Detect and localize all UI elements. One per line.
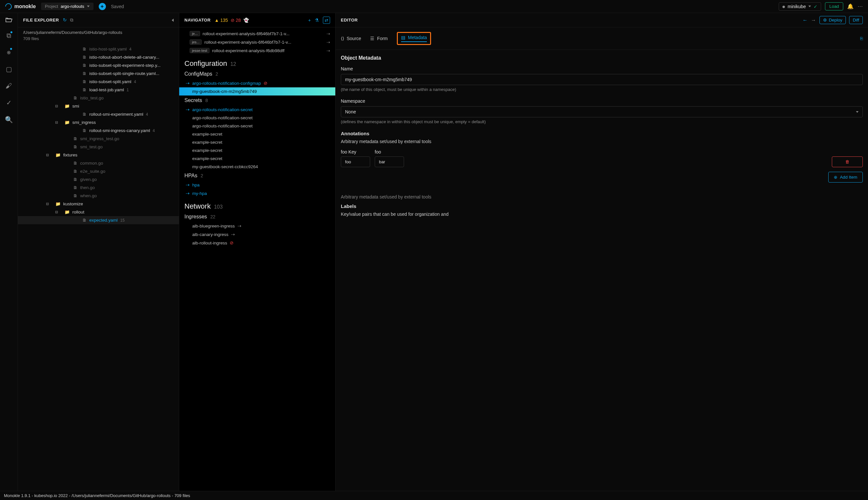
tree-item-label: smi_ingress (72, 120, 96, 125)
anno-key-label: foo Key (341, 149, 370, 155)
form-icon: ☰ (370, 36, 374, 41)
rail-search-icon[interactable]: 🔍 (5, 116, 13, 124)
tree-file[interactable]: 🗎istio_test.go (18, 94, 179, 102)
tree-file[interactable]: 🗎istio-subset-split.yaml4 (18, 78, 179, 86)
tree-item-label: rollout (72, 209, 84, 215)
tree-folder[interactable]: ⊟📁kustomize (18, 200, 179, 208)
tree-file[interactable]: 🗎common.go (18, 159, 179, 167)
tab-form[interactable]: ☰Form (370, 36, 388, 41)
nav-section-header[interactable]: Network103 (179, 197, 335, 212)
nav-item[interactable]: example-secret (179, 130, 335, 138)
nav-item[interactable]: jes...rollout-experiment-analysis-6f646b… (179, 38, 335, 46)
tree-file[interactable]: 🗎e2e_suite.go (18, 167, 179, 175)
tree-folder[interactable]: ⊟📁smi_ingress (18, 118, 179, 126)
folder-open-icon[interactable] (5, 17, 12, 23)
rail-validate-icon[interactable]: ✓ (6, 99, 12, 106)
collapse-toggle-icon[interactable]: ⊟ (55, 210, 58, 214)
share-icon[interactable]: ⇢ (238, 223, 241, 228)
rail-helm-icon[interactable]: ⎈ (7, 48, 11, 56)
share-icon[interactable]: ⇢ (326, 48, 330, 53)
more-icon[interactable]: ⋯ (858, 3, 863, 10)
rail-preview-icon[interactable]: ▢ (6, 65, 12, 73)
filter-icon[interactable]: ⚗ (315, 18, 319, 23)
anno-val-input[interactable] (375, 157, 404, 167)
tree-folder[interactable]: ⊟📁rollout (18, 208, 179, 216)
sync-icon[interactable]: ⇄ (323, 16, 330, 24)
tree-folder[interactable]: ⊟📁smi (18, 102, 179, 110)
tree-folder[interactable]: ⊟📁fixtures (18, 151, 179, 159)
error-badge[interactable]: ⊘ 28 (231, 18, 241, 23)
cluster-selector[interactable]: ⎈ minikube ✓ (779, 2, 821, 11)
add-project-button[interactable]: + (99, 3, 106, 10)
nav-subsection-header[interactable]: Ingresses22 (179, 212, 335, 221)
namespace-select[interactable]: None (341, 106, 863, 117)
nav-item[interactable]: jesse-testrollout-experiment-analysis-f6… (179, 46, 335, 55)
tree-file[interactable]: 🗎load-test-job.yaml1 (18, 86, 179, 94)
warning-badge[interactable]: ▲ 135 (215, 18, 228, 23)
name-input[interactable] (341, 74, 863, 85)
share-icon[interactable]: ⇢ (231, 232, 235, 237)
tree-file[interactable]: 🗎smi_test.go (18, 143, 179, 151)
nav-forward-icon[interactable]: → (811, 17, 816, 23)
nav-item[interactable]: alb-canary-ingress ⇢ (179, 230, 335, 239)
nav-item[interactable]: ⇢argo-rollouts-notification-secret (179, 105, 335, 114)
refresh-icon[interactable]: ↻ (63, 17, 67, 23)
tab-metadata[interactable]: ▤Metadata (401, 35, 427, 42)
collapse-toggle-icon[interactable]: ⊟ (55, 104, 58, 108)
tree-file[interactable]: 🗎istio-host-split.yaml4 (18, 45, 179, 53)
add-resource-icon[interactable]: + (308, 18, 311, 23)
collapse-toggle-icon[interactable]: ⊟ (46, 202, 49, 206)
bell-icon[interactable]: 🔔 (847, 3, 854, 10)
nav-item[interactable]: my-guestbook-secret-ccbkcc9264 (179, 163, 335, 171)
collapse-icon[interactable]: ⧉ (70, 17, 73, 23)
anno-key-input[interactable] (341, 157, 370, 167)
tree-file[interactable]: 🗎rollout-smi-experiment.yaml4 (18, 110, 179, 118)
nav-item[interactable]: example-secret (179, 155, 335, 163)
ghost-icon[interactable]: 👻 (243, 18, 249, 23)
nav-item[interactable]: example-secret (179, 146, 335, 155)
chevron-down-icon (856, 111, 858, 113)
nav-item[interactable]: ⇢argo-rollouts-notification-configmap ⊘ (179, 79, 335, 87)
tree-file[interactable]: 🗎istio-rollout-abort-delete-all-canary..… (18, 53, 179, 61)
project-selector[interactable]: Project argo-rollouts (41, 3, 93, 10)
rail-kustomize-icon[interactable]: ⧉ (7, 32, 11, 39)
nav-back-icon[interactable]: ← (802, 17, 808, 23)
deploy-button[interactable]: ⚙Deploy (820, 16, 846, 24)
nav-item[interactable]: ⇢hpa (179, 181, 335, 189)
tree-file[interactable]: 🗎istio-subset-split-experiment-step.y... (18, 61, 179, 69)
tree-file[interactable]: 🗎smi_ingress_test.go (18, 135, 179, 143)
copy-icon[interactable]: ⎘ (860, 36, 863, 41)
nav-item[interactable]: example-secret (179, 138, 335, 146)
rail-paint-icon[interactable]: 🖌 (5, 82, 12, 90)
nav-item-label: hpa (192, 183, 200, 188)
share-icon[interactable]: ⇢ (326, 40, 330, 45)
nav-item[interactable]: ⇢my-hpa (179, 189, 335, 197)
collapse-panel-icon[interactable] (172, 19, 174, 22)
nav-item[interactable]: alb-bluegreen-ingress ⇢ (179, 221, 335, 230)
nav-subsection-header[interactable]: Secrets8 (179, 95, 335, 105)
tree-file[interactable]: 🗎then.go (18, 183, 179, 192)
delete-annotation-button[interactable]: 🗑 (832, 157, 863, 167)
nav-item[interactable]: je...rollout-experiment-analysis-6f646bf… (179, 29, 335, 38)
collapse-toggle-icon[interactable]: ⊟ (55, 120, 58, 125)
collapse-toggle-icon[interactable]: ⊟ (46, 153, 49, 157)
nav-item[interactable]: alb-rollout-ingress ⊘ (179, 239, 335, 247)
nav-item[interactable]: argo-rollouts-notification-secret (179, 122, 335, 130)
nav-section-header[interactable]: Configuration12 (179, 55, 335, 69)
nav-subsection-header[interactable]: ConfigMaps2 (179, 69, 335, 79)
nav-item[interactable]: my-guestbook-cm-m2mg5mb749 (179, 87, 335, 95)
tree-file[interactable]: 🗎when.go (18, 192, 179, 200)
save-status: Saved (111, 4, 124, 9)
nav-subsection-header[interactable]: HPAs2 (179, 171, 335, 181)
link-icon: ⇢ (186, 80, 190, 86)
load-button[interactable]: Load (825, 2, 843, 10)
tree-file[interactable]: 🗎given.go (18, 175, 179, 183)
tree-file[interactable]: 🗎istio-subset-split-single-route.yaml... (18, 69, 179, 78)
tree-file[interactable]: 🗎expected.yaml15 (18, 216, 179, 224)
nav-item[interactable]: argo-rollouts-notification-secret (179, 114, 335, 122)
add-item-button[interactable]: ⊕Add Item (828, 172, 863, 183)
share-icon[interactable]: ⇢ (326, 31, 330, 36)
tab-source[interactable]: ⟨⟩Source (341, 36, 361, 41)
tree-file[interactable]: 🗎rollout-smi-ingress-canary.yaml4 (18, 126, 179, 135)
diff-button[interactable]: Diff (849, 16, 863, 24)
